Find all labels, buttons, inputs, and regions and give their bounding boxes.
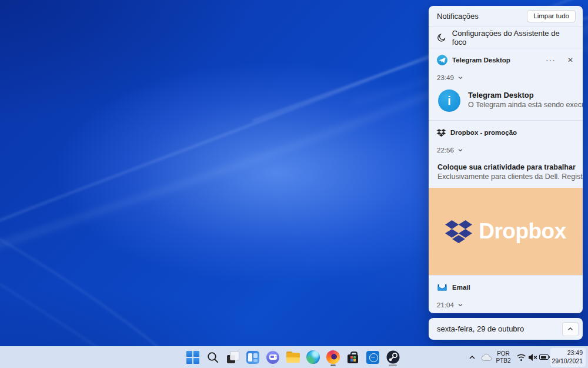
date-expander[interactable]: sexta-feira, 29 de outubro xyxy=(429,318,583,340)
email-group-header: Email xyxy=(437,280,574,294)
chevron-down-icon xyxy=(457,75,463,81)
focus-assist-moon-icon xyxy=(437,33,446,42)
dropbox-promo-title[interactable]: Coloque sua criatividade para trabalhar xyxy=(437,163,574,171)
email-timestamp-toggle[interactable]: 21:04 xyxy=(437,300,574,310)
folder-icon xyxy=(286,352,300,363)
dell-app-button[interactable] xyxy=(366,350,380,364)
onedrive-tray-button[interactable] xyxy=(480,346,493,368)
screen: Notificações Limpar tudo Configurações d… xyxy=(0,0,588,368)
battery-icon xyxy=(539,354,549,360)
more-options-button[interactable]: ··· xyxy=(546,55,556,65)
keyboard-layout: PTB2 xyxy=(496,357,510,364)
telegram-notification-text: Telegram Desktop O Telegram ainda está s… xyxy=(468,91,583,110)
dell-app-icon xyxy=(366,351,379,364)
language-indicator[interactable]: POR PTB2 xyxy=(495,346,512,368)
notification-center-panel: Notificações Limpar tudo Configurações d… xyxy=(429,6,583,313)
wifi-icon xyxy=(516,353,526,362)
volume-mute-icon xyxy=(528,353,538,362)
task-view-icon xyxy=(226,350,240,364)
dropbox-banner-logo-icon xyxy=(445,220,472,243)
notifications-title: Notificações xyxy=(437,12,479,21)
close-group-button[interactable]: ✕ xyxy=(567,56,573,64)
search-button[interactable] xyxy=(206,350,220,364)
battery-tray-button[interactable] xyxy=(538,346,550,368)
dropbox-app-icon xyxy=(437,129,446,137)
dropbox-time: 22:56 xyxy=(437,147,454,154)
teams-chat-icon xyxy=(266,351,279,364)
widgets-button[interactable] xyxy=(246,350,260,364)
language-code: POR xyxy=(497,350,510,357)
group-actions: ··· ✕ xyxy=(546,55,573,65)
dropbox-banner-wordmark: Dropbox xyxy=(479,219,566,244)
telegram-timestamp-toggle[interactable]: 23:49 xyxy=(437,73,574,82)
taskbar-app-icons xyxy=(186,346,400,368)
clock-date: 29/10/2021 xyxy=(552,357,583,366)
telegram-plane-icon xyxy=(437,55,447,65)
dropbox-promo-body: Exclusivamente para clientes da Dell. Re… xyxy=(437,173,574,181)
firefox-button[interactable] xyxy=(326,350,340,364)
chevron-up-icon xyxy=(468,354,476,361)
clear-all-button[interactable]: Limpar tudo xyxy=(527,10,576,22)
info-icon: i xyxy=(438,89,460,112)
edge-button[interactable] xyxy=(306,350,320,364)
task-view-button[interactable] xyxy=(226,350,240,364)
firefox-icon xyxy=(326,350,340,364)
notification-title: Telegram Desktop xyxy=(468,91,583,100)
microsoft-store-button[interactable] xyxy=(346,350,360,364)
widgets-icon xyxy=(246,351,259,364)
teams-chat-button[interactable] xyxy=(266,350,280,364)
telegram-group-title: Telegram Desktop xyxy=(452,57,541,64)
steam-running-indicator xyxy=(389,364,397,366)
telegram-notification[interactable]: i Telegram Desktop O Telegram ainda está… xyxy=(438,89,574,112)
email-time: 21:04 xyxy=(437,301,454,309)
email-group-title: Email xyxy=(452,284,574,291)
notification-body: O Telegram ainda está sendo executad xyxy=(468,101,583,110)
dropbox-glyph-icon xyxy=(437,129,446,137)
chevron-up-icon xyxy=(567,326,574,332)
telegram-group-header: Telegram Desktop ··· ✕ xyxy=(437,53,574,67)
focus-assist-settings[interactable]: Configurações do Assistente de foco xyxy=(429,27,583,48)
steam-icon xyxy=(386,350,400,364)
date-label: sexta-feira, 29 de outubro xyxy=(437,324,524,333)
steam-button[interactable] xyxy=(386,350,400,364)
focus-assist-label: Configurações do Assistente de foco xyxy=(452,29,574,47)
chevron-down-icon xyxy=(457,147,463,153)
search-icon xyxy=(206,351,219,364)
edge-icon xyxy=(306,350,320,364)
tray-chevron-up-button[interactable] xyxy=(467,346,477,368)
notification-group-dropbox: Dropbox - promoção 22:56 Coloque sua cri… xyxy=(429,121,583,188)
firefox-running-indicator xyxy=(330,364,336,366)
chevron-down-icon xyxy=(457,302,463,308)
clock-tray-button[interactable]: 23:49 29/10/2021 xyxy=(550,348,586,367)
telegram-app-icon xyxy=(437,55,447,65)
clock-time: 23:49 xyxy=(567,349,583,357)
dropbox-group-header: Dropbox - promoção xyxy=(437,125,574,140)
dropbox-timestamp-toggle[interactable]: 22:56 xyxy=(437,145,574,155)
telegram-time: 23:49 xyxy=(437,74,454,81)
notification-group-telegram: Telegram Desktop ··· ✕ 23:49 i Telegram … xyxy=(429,48,583,120)
taskbar: POR PTB2 23:49 29/10/2021 xyxy=(0,346,588,368)
notification-group-email: Email 21:04 xyxy=(429,276,583,313)
notification-header: Notificações Limpar tudo xyxy=(429,6,583,26)
cloud-icon xyxy=(481,353,493,362)
dropbox-group-title: Dropbox - promoção xyxy=(450,129,574,136)
windows-logo-icon xyxy=(186,351,199,364)
dropbox-banner[interactable]: Dropbox xyxy=(429,188,583,275)
start-button[interactable] xyxy=(186,350,200,364)
store-icon xyxy=(346,351,359,364)
envelope-icon xyxy=(437,282,447,293)
volume-tray-button[interactable] xyxy=(527,346,538,368)
collapse-calendar-button[interactable] xyxy=(562,322,579,336)
email-app-icon xyxy=(437,282,447,293)
wifi-tray-button[interactable] xyxy=(516,346,526,368)
file-explorer-button[interactable] xyxy=(286,350,300,364)
